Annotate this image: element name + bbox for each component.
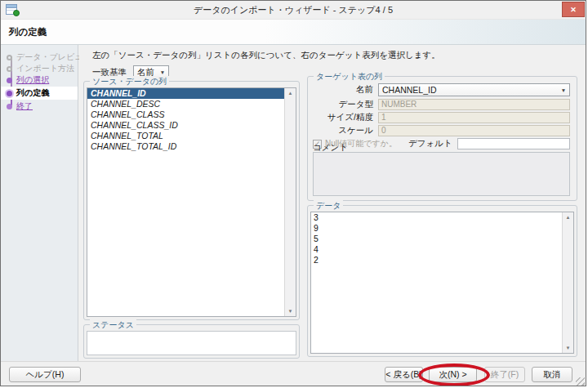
cancel-button[interactable]: 取消 (532, 367, 572, 382)
sidebar-step-import-method: インポート方法 (1, 63, 78, 74)
name-label: 名前 (313, 84, 378, 96)
scale-field: 0 (378, 125, 570, 136)
step-visited-icon (7, 78, 12, 83)
size-field: 1 (378, 112, 570, 123)
status-legend: ステータス (90, 319, 136, 331)
next-button[interactable]: 次(N) > (429, 367, 477, 382)
scale-label: スケール (313, 125, 378, 136)
status-group: ステータス (83, 324, 300, 359)
step-header: 列の定義 (1, 19, 586, 45)
close-icon: ✕ (570, 6, 577, 14)
data-value: 3 (311, 212, 562, 223)
step-done-icon (7, 66, 12, 72)
sidebar-step-column-selection[interactable]: 列の選択 (1, 74, 78, 86)
source-columns-items: CHANNEL_ID CHANNEL_DESC CHANNEL_CLASS CH… (87, 88, 284, 316)
target-name-row: 名前 CHANNEL_ID ▼ (313, 84, 570, 96)
data-value: 5 (311, 234, 562, 244)
chevron-down-icon: ▼ (558, 87, 569, 93)
sidebar-step-column-definition: 列の定義 (1, 87, 78, 100)
default-field[interactable] (457, 138, 570, 149)
step-current-icon (7, 91, 12, 96)
target-name-value: CHANNEL_ID (379, 85, 558, 95)
list-item[interactable]: CHANNEL_TOTAL (87, 131, 284, 141)
target-columns-legend: ターゲット表の列 (314, 71, 385, 83)
back-button[interactable]: < 戻る(B) (385, 367, 423, 382)
data-value: 9 (311, 223, 562, 234)
default-label: デフォルト (408, 138, 452, 149)
wizard-steps-sidebar: データ・プレビュー インポート方法 列の選択 列の定義 終了 (1, 45, 78, 361)
page-title: 列の定義 (9, 26, 47, 38)
data-values-list: 3 9 5 4 2 ▲ ▼ (310, 212, 574, 354)
close-button[interactable]: ✕ (562, 2, 585, 17)
scroll-down-icon[interactable]: ▼ (563, 343, 573, 353)
size-label: サイズ/精度 (313, 112, 378, 123)
target-columns-group: ターゲット表の列 名前 CHANNEL_ID ▼ データ型 NUMBER サイズ… (307, 76, 577, 201)
scroll-down-icon[interactable]: ▼ (285, 306, 296, 316)
source-columns-legend: ソース・データの列 (90, 76, 169, 87)
chevron-down-icon: ▼ (157, 69, 168, 75)
target-name-select[interactable]: CHANNEL_ID ▼ (378, 83, 570, 96)
step-done-icon (7, 55, 12, 60)
data-value: 4 (311, 244, 562, 255)
target-scale-row: スケール 0 (313, 125, 570, 136)
scrollbar[interactable]: ▲ ▼ (284, 88, 296, 316)
list-item[interactable]: CHANNEL_DESC (87, 99, 284, 109)
nullable-default-row: ✓ Null値可能ですか。 デフォルト (313, 138, 570, 149)
sidebar-step-finish[interactable]: 終了 (1, 100, 78, 112)
list-item[interactable]: CHANNEL_CLASS (87, 109, 284, 120)
titlebar: データのインポート・ウィザード - ステップ4 / 5 ✕ (1, 1, 586, 19)
target-size-row: サイズ/精度 1 (313, 112, 570, 123)
target-datatype-row: データ型 NUMBER (313, 99, 570, 110)
status-box (87, 331, 296, 355)
list-item[interactable]: CHANNEL_CLASS_ID (87, 120, 284, 131)
step-upcoming-icon (7, 104, 12, 109)
list-item[interactable]: CHANNEL_ID (87, 88, 284, 99)
finish-button[interactable]: 終了(F) (484, 367, 525, 382)
list-item[interactable]: CHANNEL_TOTAL_ID (87, 141, 284, 152)
import-wizard-window: データのインポート・ウィザード - ステップ4 / 5 ✕ 列の定義 データ・プ… (0, 0, 586, 386)
data-legend: データ (314, 200, 343, 212)
instruction-text: 左の「ソース・データの列」リストの各列について、右のターゲット表列を選択します。 (92, 50, 440, 61)
comment-box (313, 152, 570, 196)
data-values-items: 3 9 5 4 2 (311, 212, 562, 353)
resize-grip[interactable] (576, 377, 585, 386)
data-preview-group: データ 3 9 5 4 2 ▲ ▼ (307, 205, 577, 357)
window-title: データのインポート・ウィザード - ステップ4 / 5 (1, 4, 586, 16)
datatype-label: データ型 (313, 99, 378, 110)
source-columns-list: CHANNEL_ID CHANNEL_DESC CHANNEL_CLASS CH… (87, 87, 296, 317)
scrollbar[interactable]: ▲ ▼ (562, 212, 573, 353)
datatype-field: NUMBER (378, 99, 570, 110)
scroll-up-icon[interactable]: ▲ (285, 88, 296, 98)
scroll-up-icon[interactable]: ▲ (563, 212, 573, 222)
dialog-body: データ・プレビュー インポート方法 列の選択 列の定義 終了 左の「ソース・デー… (1, 45, 586, 361)
main-panel: 左の「ソース・データの列」リストの各列について、右のターゲット表列を選択します。… (79, 45, 586, 361)
source-columns-group: ソース・データの列 CHANNEL_ID CHANNEL_DESC CHANNE… (83, 81, 300, 320)
sidebar-step-data-preview: データ・プレビュー (1, 51, 78, 63)
help-button[interactable]: ヘルプ(H) (9, 367, 81, 382)
button-bar: ヘルプ(H) < 戻る(B) 次(N) > 終了(F) 取消 (1, 361, 586, 386)
data-value: 2 (311, 255, 562, 265)
